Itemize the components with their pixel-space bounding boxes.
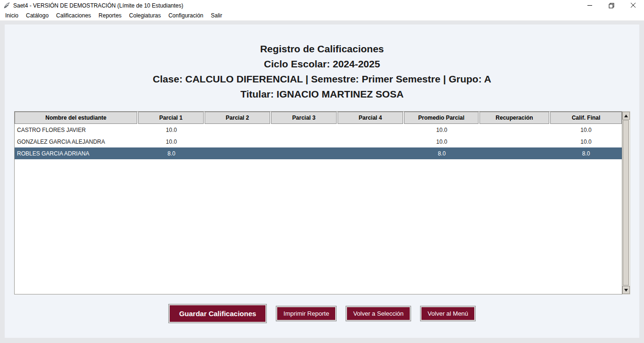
close-icon (631, 3, 636, 8)
scrollbar-down-button[interactable] (622, 286, 630, 294)
cell-parcial1: 10.0 (138, 139, 205, 145)
action-buttons: Guardar Calificaciones Imprimir Reporte … (5, 302, 639, 325)
page-heading: Registro de Calificaciones Ciclo Escolar… (5, 24, 639, 102)
table-row[interactable]: CASTRO FLORES JAVIER 10.0 10.0 10.0 (15, 124, 622, 136)
column-header-parcial1[interactable]: Parcial 1 (138, 112, 204, 124)
column-header-parcial3[interactable]: Parcial 3 (271, 112, 337, 124)
volver-a-seleccion-button[interactable]: Volver a Selección (346, 306, 411, 321)
menu-item-reportes[interactable]: Reportes (95, 11, 125, 20)
imprimir-reporte-button[interactable]: Imprimir Reporte (276, 306, 336, 321)
grades-table-wrap: Nombre del estudiante Parcial 1 Parcial … (14, 111, 630, 294)
window-controls (579, 0, 644, 11)
title-bar: Saet4 - VERSIÓN DE DEMOSTRACIÓN (Límite … (0, 0, 644, 11)
cell-final: 10.0 (550, 139, 622, 145)
scrollbar-up-button[interactable] (622, 112, 630, 120)
cell-nombre: ROBLES GARCIA ADRIANA (15, 150, 138, 157)
heading-titular: Titular: IGNACIO MARTINEZ SOSA (5, 87, 639, 102)
column-header-nombre[interactable]: Nombre del estudiante (15, 112, 137, 124)
cell-promedio: 10.0 (404, 127, 479, 133)
column-header-parcial4[interactable]: Parcial 4 (338, 112, 403, 124)
cell-parcial1: 8.0 (138, 150, 205, 157)
menu-item-configuracion[interactable]: Configuración (165, 11, 207, 20)
restore-button[interactable] (601, 0, 622, 11)
column-header-parcial2[interactable]: Parcial 2 (205, 112, 270, 124)
menu-bar: Inicio Catálogo Calificaciones Reportes … (0, 11, 644, 21)
menu-item-inicio[interactable]: Inicio (1, 11, 22, 20)
cell-nombre: GONZALEZ GARCIA ALEJANDRA (15, 139, 138, 145)
heading-title: Registro de Calificaciones (5, 41, 639, 57)
minimize-button[interactable] (579, 0, 601, 11)
cell-parcial1: 10.0 (138, 127, 205, 133)
table-row[interactable]: GONZALEZ GARCIA ALEJANDRA 10.0 10.0 10.0 (15, 136, 622, 147)
menu-item-salir[interactable]: Salir (207, 11, 226, 20)
table-row-selected[interactable]: ROBLES GARCIA ADRIANA 8.0 8.0 8.0 (15, 147, 622, 159)
cell-final: 8.0 (550, 150, 622, 157)
close-button[interactable] (622, 0, 644, 11)
restore-icon (609, 3, 614, 8)
grades-table: Nombre del estudiante Parcial 1 Parcial … (14, 111, 622, 294)
cell-promedio: 8.0 (404, 150, 479, 157)
column-header-recuperacion[interactable]: Recuperación (479, 112, 549, 124)
cell-final: 10.0 (550, 127, 622, 133)
main-panel: Registro de Calificaciones Ciclo Escolar… (5, 24, 639, 338)
heading-ciclo: Ciclo Escolar: 2024-2025 (5, 57, 639, 72)
volver-al-menu-button[interactable]: Volver al Menú (421, 306, 475, 321)
vertical-scrollbar[interactable] (622, 111, 630, 294)
menu-item-colegiaturas[interactable]: Colegiaturas (125, 11, 165, 20)
table-header-row: Nombre del estudiante Parcial 1 Parcial … (15, 112, 622, 124)
cell-nombre: CASTRO FLORES JAVIER (15, 127, 138, 133)
heading-clase: Clase: CALCULO DIFERENCIAL | Semestre: P… (5, 72, 639, 87)
guardar-calificaciones-button[interactable]: Guardar Calificaciones (169, 304, 266, 323)
menu-item-calificaciones[interactable]: Calificaciones (52, 11, 95, 20)
window-title: Saet4 - VERSIÓN DE DEMOSTRACIÓN (Límite … (13, 2, 183, 9)
app-feather-icon (3, 2, 10, 9)
scrollbar-thumb[interactable] (623, 120, 629, 286)
arrow-down-icon (624, 289, 628, 292)
arrow-up-icon (624, 114, 628, 117)
column-header-final[interactable]: Calif. Final (550, 112, 622, 124)
cell-promedio: 10.0 (404, 139, 479, 145)
column-header-promedio[interactable]: Promedio Parcial (404, 112, 479, 124)
menu-item-catalogo[interactable]: Catálogo (22, 11, 52, 20)
minimize-icon (587, 3, 593, 8)
